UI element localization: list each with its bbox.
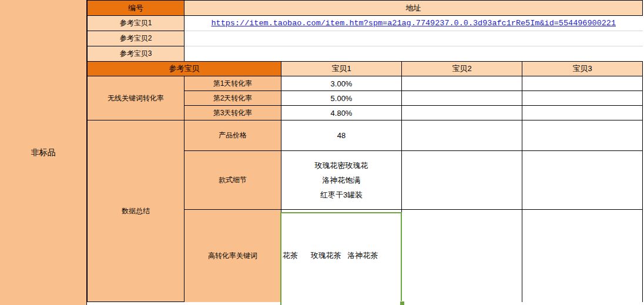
day2-rate-item3-cell[interactable] — [522, 91, 643, 106]
item1-header-cell[interactable]: 宝贝1 — [281, 62, 402, 76]
reference-url-table: 编号 地址 参考宝贝1 https://item.taobao.com/item… — [87, 0, 643, 62]
day2-rate-label-cell[interactable]: 第2天转化率 — [185, 91, 281, 106]
spreadsheet-view: 非标品 编号 地址 参考宝贝1 https://item.taobao.com/… — [0, 0, 644, 305]
price-item1-cell[interactable]: 48 — [281, 120, 402, 151]
table-row: 数据总结 产品价格 48 — [88, 120, 643, 151]
item2-header-cell[interactable]: 宝贝2 — [402, 62, 522, 76]
data-summary-table: 参考宝贝 宝贝1 宝贝2 宝贝3 无线关键词转化率 第1天转化率 3.00% 第… — [87, 61, 643, 302]
price-label-cell[interactable]: 产品价格 — [185, 120, 281, 151]
ref-item-1-label-cell[interactable]: 参考宝贝1 — [88, 16, 185, 31]
style-detail-item3-cell[interactable] — [522, 151, 643, 210]
category-cell[interactable]: 非标品 — [0, 0, 87, 305]
ref-item-2-label-cell[interactable]: 参考宝贝2 — [88, 31, 185, 46]
summary-group-cell[interactable]: 数据总结 — [88, 120, 185, 302]
table-row: 参考宝贝3 — [88, 46, 643, 62]
day3-rate-item3-cell[interactable] — [522, 106, 643, 120]
keywords-item1-cell[interactable]: 花茶 玫瑰花茶 洛神花茶 — [281, 210, 402, 302]
day2-rate-item2-cell[interactable] — [402, 91, 522, 106]
day1-rate-item1-cell[interactable]: 3.00% — [281, 76, 402, 91]
day1-rate-label-cell[interactable]: 第1天转化率 — [185, 76, 281, 91]
category-label: 非标品 — [31, 148, 56, 158]
ref-group-header-cell[interactable]: 参考宝贝 — [88, 62, 281, 76]
ref-item-3-label-cell[interactable]: 参考宝贝3 — [88, 46, 185, 62]
ref-item-3-url-cell[interactable] — [185, 46, 643, 62]
table-row: 参考宝贝1 https://item.taobao.com/item.htm?s… — [88, 16, 643, 31]
ref-item-1-url-cell[interactable]: https://item.taobao.com/item.htm?spm=a21… — [185, 16, 643, 31]
table-row: 编号 地址 — [88, 1, 643, 16]
table-row: 参考宝贝 宝贝1 宝贝2 宝贝3 — [88, 62, 643, 76]
ref-item-2-url-cell[interactable] — [185, 31, 643, 46]
conversion-group-cell[interactable]: 无线关键词转化率 — [88, 76, 185, 120]
day3-rate-item1-cell[interactable]: 4.80% — [281, 106, 402, 120]
id-header-cell[interactable]: 编号 — [88, 1, 185, 16]
keywords-item3-cell[interactable] — [522, 210, 643, 302]
price-item2-cell[interactable] — [402, 120, 522, 151]
day3-rate-item2-cell[interactable] — [402, 106, 522, 120]
address-header-cell[interactable]: 地址 — [185, 1, 643, 16]
style-detail-item2-cell[interactable] — [402, 151, 522, 210]
price-item3-cell[interactable] — [522, 120, 643, 151]
keywords-label-cell[interactable]: 高转化率关键词 — [185, 210, 281, 302]
day3-rate-label-cell[interactable]: 第3天转化率 — [185, 106, 281, 120]
day2-rate-item1-cell[interactable]: 5.00% — [281, 91, 402, 106]
keywords-item2-cell[interactable] — [402, 210, 522, 302]
table-row: 参考宝贝2 — [88, 31, 643, 46]
item3-header-cell[interactable]: 宝贝3 — [522, 62, 643, 76]
style-detail-item1-cell[interactable]: 玫瑰花密玫瑰花 洛神花饱满 红枣干3罐装 — [281, 151, 402, 210]
day1-rate-item2-cell[interactable] — [402, 76, 522, 91]
taobao-url-link[interactable]: https://item.taobao.com/item.htm?spm=a21… — [211, 19, 616, 28]
table-row: 无线关键词转化率 第1天转化率 3.00% — [88, 76, 643, 91]
day1-rate-item3-cell[interactable] — [522, 76, 643, 91]
fill-handle[interactable] — [400, 301, 405, 305]
style-detail-label-cell[interactable]: 款式细节 — [185, 151, 281, 210]
